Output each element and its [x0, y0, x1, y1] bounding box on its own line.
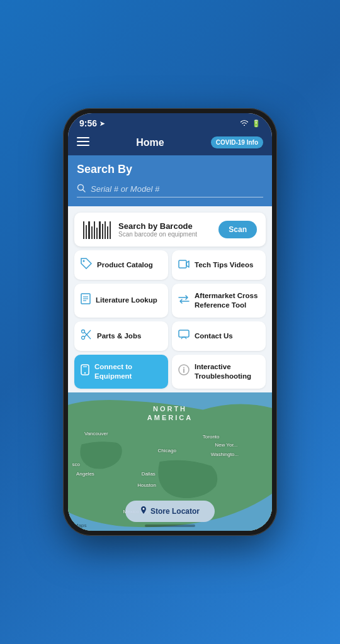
product-catalog-label: Product Catalog: [97, 260, 153, 270]
svg-rect-1: [77, 141, 89, 142]
search-input[interactable]: [91, 184, 263, 194]
status-icons: 🔋: [240, 119, 261, 128]
search-input-container: [77, 181, 263, 197]
grid-item-aftermarket[interactable]: Aftermarket Cross Reference Tool: [172, 284, 266, 318]
grid-item-troubleshooting[interactable]: Interactive Troubleshooting: [172, 355, 266, 389]
store-locator-bar[interactable]: Store Locator: [125, 501, 215, 522]
status-time: 9:56 ➤: [79, 118, 105, 128]
contact-us-label: Contact Us: [195, 331, 233, 341]
svg-point-17: [84, 372, 86, 374]
wifi-icon: [240, 119, 249, 128]
scan-button[interactable]: Scan: [218, 221, 257, 238]
svg-rect-2: [77, 145, 89, 146]
tag-icon: [81, 258, 92, 272]
covid-info-badge[interactable]: COVID-19 Info: [211, 136, 263, 148]
city-chicago: Chicago: [158, 448, 176, 453]
parts-jobs-label: Parts & Jobs: [97, 331, 141, 341]
nav-title: Home: [136, 137, 164, 148]
map-label-north: NORTH: [153, 405, 187, 413]
barcode-icon: [83, 220, 111, 239]
city-angeles: Angeles: [76, 471, 94, 477]
barcode-text-area: Search by Barcode Scan barcode on equipm…: [118, 221, 218, 238]
map-label-america: AMERICA: [147, 414, 193, 421]
chat-icon: [178, 330, 190, 343]
arrows-icon: [178, 294, 190, 307]
grid-item-product-catalog[interactable]: Product Catalog: [74, 250, 168, 280]
svg-point-22: [142, 508, 144, 510]
city-sco: sco: [72, 462, 79, 467]
home-indicator: [145, 525, 195, 527]
nav-bar: Home COVID-19 Info: [68, 131, 272, 155]
tech-tips-label: Tech Tips Videos: [195, 260, 253, 270]
location-arrow-icon: ➤: [99, 120, 105, 127]
info-icon: [178, 364, 190, 379]
troubleshooting-label: Interactive Troubleshooting: [195, 362, 259, 381]
city-toronto: Toronto: [203, 434, 220, 440]
book-icon: [81, 293, 91, 308]
barcode-card: Search by Barcode Scan barcode on equipm…: [74, 213, 266, 247]
svg-line-4: [83, 190, 86, 192]
maps-watermark: Maps: [74, 523, 87, 528]
svg-point-11: [82, 330, 85, 333]
video-icon: [178, 258, 190, 272]
store-locator-label: Store Locator: [150, 507, 200, 516]
city-houston: Houston: [137, 482, 156, 488]
battery-icon: 🔋: [252, 119, 261, 128]
city-washington: Washingto...: [211, 452, 239, 457]
scissors-icon: [81, 329, 92, 343]
location-pin-icon: [140, 506, 147, 517]
hamburger-menu-button[interactable]: [77, 136, 89, 149]
search-icon: [77, 184, 86, 194]
connect-equipment-label: Connect to Equipment: [94, 362, 162, 381]
map-section: NORTH AMERICA Vancouver Chicago Toronto …: [68, 392, 272, 531]
svg-point-5: [83, 260, 85, 262]
barcode-subtitle: Scan barcode on equipment: [118, 231, 218, 238]
svg-point-12: [82, 336, 85, 339]
city-newyork: New Yor...: [215, 442, 237, 448]
time-display: 9:56: [79, 118, 97, 128]
aftermarket-label: Aftermarket Cross Reference Tool: [195, 291, 259, 310]
svg-rect-0: [77, 137, 89, 138]
city-vancouver: Vancouver: [84, 431, 108, 436]
grid-item-contact-us[interactable]: Contact Us: [172, 321, 266, 351]
grid-item-literature[interactable]: Literature Lookup: [74, 284, 168, 318]
grid-section: Product Catalog Tech Tips Videos: [68, 250, 272, 392]
grid-item-tech-tips[interactable]: Tech Tips Videos: [172, 250, 266, 280]
phone-screen: 9:56 ➤ 🔋: [68, 113, 272, 531]
svg-rect-6: [179, 260, 186, 268]
search-section: Search By: [68, 155, 272, 206]
city-dallas: Dallas: [142, 471, 156, 477]
status-bar: 9:56 ➤ 🔋: [68, 113, 272, 131]
grid-item-parts-jobs[interactable]: Parts & Jobs: [74, 321, 168, 351]
literature-lookup-label: Literature Lookup: [96, 296, 157, 305]
svg-rect-15: [179, 330, 189, 337]
search-by-label: Search By: [77, 163, 263, 176]
phone-connect-icon: [81, 364, 89, 379]
svg-point-21: [183, 367, 184, 369]
grid-item-connect-equipment[interactable]: Connect to Equipment: [74, 355, 168, 389]
main-content: Search by Barcode Scan barcode on equipm…: [68, 206, 272, 531]
barcode-title: Search by Barcode: [118, 221, 218, 231]
phone-device: 9:56 ➤ 🔋: [63, 108, 277, 536]
